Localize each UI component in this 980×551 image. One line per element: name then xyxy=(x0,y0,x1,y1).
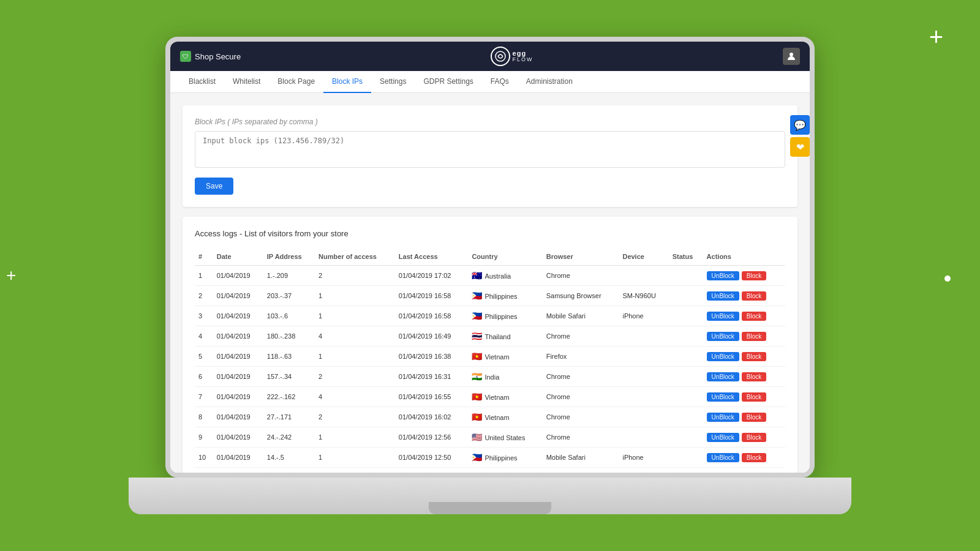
cell-browser: Chrome xyxy=(543,387,619,407)
cell-actions: UnBlock Block xyxy=(703,286,785,306)
block-button[interactable]: Block xyxy=(742,372,766,381)
cell-browser: Samsung Browser xyxy=(543,286,619,306)
cell-country: 🇻🇳Vietnam xyxy=(468,387,542,407)
cell-device xyxy=(619,427,668,448)
nav-settings[interactable]: Settings xyxy=(371,71,415,93)
cell-ip: 14.-.5 xyxy=(263,448,315,468)
cell-num: 5 xyxy=(195,347,213,367)
col-browser: Browser xyxy=(543,248,619,266)
cell-date: 01/04/2019 xyxy=(213,266,263,286)
unblock-button[interactable]: UnBlock xyxy=(707,312,739,321)
cell-last-access: 01/04/2019 16:02 xyxy=(395,407,469,427)
cell-status xyxy=(669,427,703,448)
unblock-button[interactable]: UnBlock xyxy=(707,453,739,462)
cell-ip: 203.-.37 xyxy=(263,286,315,306)
table-row: 2 01/04/2019 203.-.37 1 01/04/2019 16:58… xyxy=(195,286,785,306)
dot-decoration xyxy=(944,276,951,282)
cell-actions: UnBlock Block xyxy=(703,387,785,407)
cell-access: 1 xyxy=(315,427,395,448)
cell-ip: 103.-.6 xyxy=(263,306,315,326)
cell-device: SM-N960U xyxy=(619,286,668,306)
cell-access: 2 xyxy=(315,367,395,387)
table-row: 1 01/04/2019 1.-.209 2 01/04/2019 17:02 … xyxy=(195,266,785,286)
unblock-button[interactable]: UnBlock xyxy=(707,332,739,341)
access-logs-title: Access logs - List of visitors from your… xyxy=(195,229,785,238)
table-row: 7 01/04/2019 222.-.162 4 01/04/2019 16:5… xyxy=(195,387,785,407)
col-country: Country xyxy=(468,248,542,266)
cell-device: iPhone xyxy=(619,448,668,468)
cell-status xyxy=(669,448,703,468)
cell-ip: 180.-.238 xyxy=(263,326,315,347)
cell-browser: Mobile Safari xyxy=(543,448,619,468)
cell-device: iPhone xyxy=(619,306,668,326)
unblock-button[interactable]: UnBlock xyxy=(707,291,739,301)
cell-last-access: 01/04/2019 12:56 xyxy=(395,427,469,448)
cell-country: 🇺🇸United States xyxy=(468,427,542,448)
nav-whitelist[interactable]: Whitelist xyxy=(224,71,269,93)
cell-country: 🇮🇳India xyxy=(468,367,542,387)
cell-date: 01/04/2019 xyxy=(213,286,263,306)
block-button[interactable]: Block xyxy=(742,312,766,321)
table-row: 3 01/04/2019 103.-.6 1 01/04/2019 16:58 … xyxy=(195,306,785,326)
table-row: 4 01/04/2019 180.-.238 4 01/04/2019 16:4… xyxy=(195,326,785,347)
laptop-base xyxy=(129,478,851,514)
brand-section: 🛡 Shop Secure xyxy=(180,51,241,62)
unblock-button[interactable]: UnBlock xyxy=(707,372,739,381)
cell-date: 01/04/2019 xyxy=(213,347,263,367)
plus-icon-left: + xyxy=(6,266,16,285)
nav-gdpr[interactable]: GDPR Settings xyxy=(415,71,481,93)
save-button[interactable]: Save xyxy=(195,178,233,195)
cell-last-access: 01/04/2019 17:02 xyxy=(395,266,469,286)
cell-browser: Firefox xyxy=(543,347,619,367)
nav-admin[interactable]: Administration xyxy=(518,71,581,93)
cell-status xyxy=(669,407,703,427)
heart-button[interactable]: ❤ xyxy=(790,137,810,157)
block-button[interactable]: Block xyxy=(742,271,766,280)
block-ips-input[interactable] xyxy=(195,131,785,168)
nav-block-page[interactable]: Block Page xyxy=(269,71,323,93)
nav-faqs[interactable]: FAQs xyxy=(482,71,518,93)
cell-date: 01/04/2019 xyxy=(213,427,263,448)
unblock-button[interactable]: UnBlock xyxy=(707,392,739,402)
block-button[interactable]: Block xyxy=(742,392,766,402)
col-access: Number of access xyxy=(315,248,395,266)
table-row: 10 01/04/2019 14.-.5 1 01/04/2019 12:50 … xyxy=(195,448,785,468)
side-buttons: 💬 ❤ xyxy=(790,115,810,157)
col-status: Status xyxy=(669,248,703,266)
unblock-button[interactable]: UnBlock xyxy=(707,352,739,361)
cell-date: 01/04/2019 xyxy=(213,407,263,427)
block-button[interactable]: Block xyxy=(742,291,766,301)
unblock-button[interactable]: UnBlock xyxy=(707,271,739,280)
col-last-access: Last Access xyxy=(395,248,469,266)
cell-country: 🇻🇳Vietnam xyxy=(468,347,542,367)
cell-num: 2 xyxy=(195,286,213,306)
block-button[interactable]: Block xyxy=(742,352,766,361)
cell-ip: 24.-.242 xyxy=(263,427,315,448)
cell-last-access: 01/04/2019 16:58 xyxy=(395,286,469,306)
block-button[interactable]: Block xyxy=(742,413,766,422)
cell-device xyxy=(619,266,668,286)
block-button[interactable]: Block xyxy=(742,453,766,462)
unblock-button[interactable]: UnBlock xyxy=(707,433,739,442)
block-button[interactable]: Block xyxy=(742,433,766,442)
cell-last-access: 01/04/2019 12:50 xyxy=(395,448,469,468)
table-row: 6 01/04/2019 157.-.34 2 01/04/2019 16:31… xyxy=(195,367,785,387)
user-avatar[interactable] xyxy=(783,48,800,65)
nav-block-ips[interactable]: Block IPs xyxy=(323,71,371,93)
nav-blacklist[interactable]: Blacklist xyxy=(180,71,224,93)
cell-device xyxy=(619,407,668,427)
cell-browser: Chrome xyxy=(543,326,619,347)
cell-device xyxy=(619,326,668,347)
cell-country: 🇵🇭Philippines xyxy=(468,286,542,306)
cell-num: 4 xyxy=(195,326,213,347)
cell-ip: 157.-.34 xyxy=(263,367,315,387)
cell-access: 2 xyxy=(315,266,395,286)
cell-last-access: 01/04/2019 16:49 xyxy=(395,326,469,347)
logo-section: egg FLOW xyxy=(491,47,533,66)
cell-browser: Chrome xyxy=(543,407,619,427)
chat-button[interactable]: 💬 xyxy=(790,115,810,135)
cell-actions: UnBlock Block xyxy=(703,306,785,326)
unblock-button[interactable]: UnBlock xyxy=(707,413,739,422)
block-button[interactable]: Block xyxy=(742,332,766,341)
cell-num: 9 xyxy=(195,427,213,448)
